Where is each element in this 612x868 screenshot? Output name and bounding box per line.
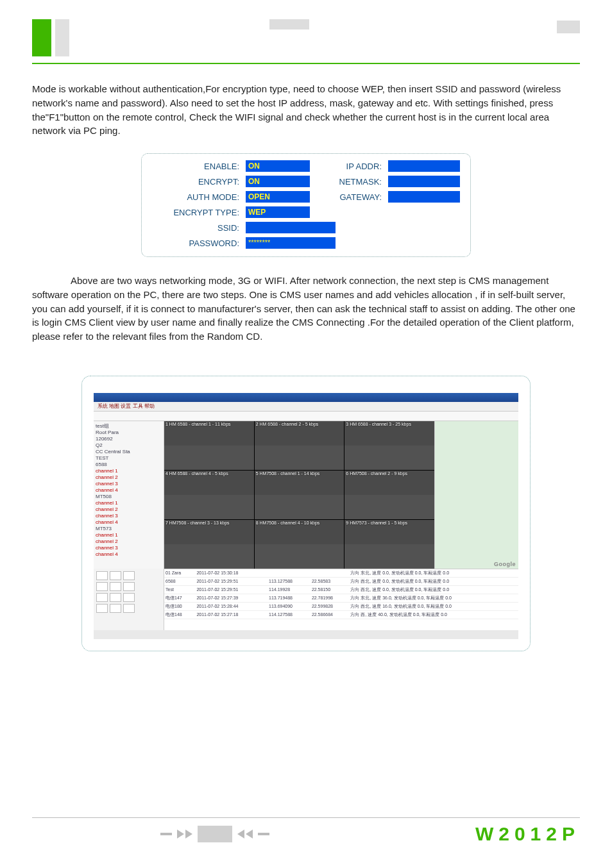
cms-ptz-panel[interactable]: [94, 569, 164, 630]
cms-device-tree[interactable]: test组 Root Para 120692 Q2 CC Central Sta…: [94, 421, 164, 569]
page-number-box: [198, 826, 232, 842]
authmode-label: AUTH MODE:: [152, 192, 242, 202]
video-cell-9[interactable]: 9 HM7573 - channel 1 - 5 kbps: [344, 520, 434, 569]
paragraph-wifi-setup: Mode is workable without authentication,…: [32, 82, 580, 138]
video-cell-8[interactable]: 8 HM7508 - channel 4 - 10 kbps: [255, 520, 344, 569]
prev-arrow-icon-2[interactable]: [246, 830, 253, 839]
header-rule: [32, 63, 580, 64]
wifi-settings-panel: ENABLE: ON IP ADDR: ENCRYPT: ON NETMASK:…: [141, 153, 471, 257]
video-cell-5[interactable]: 5 HM7508 - channel 1 - 14 kbps: [255, 471, 344, 519]
cms-log-table[interactable]: 01 Zara2011-07-02 15:30:18方向 东北, 速度 0.0,…: [164, 569, 518, 630]
next-arrow-tail-icon: [258, 833, 269, 835]
ssid-label: SSID:: [152, 223, 242, 233]
ipaddr-input[interactable]: [388, 160, 460, 172]
gateway-input[interactable]: [388, 191, 460, 203]
netmask-input[interactable]: [388, 176, 460, 187]
video-cell-3[interactable]: 3 HM 6588 - channel 3 - 25 kbps: [344, 421, 434, 470]
next-arrow-icon-2[interactable]: [185, 830, 192, 839]
cms-titlebar: [94, 393, 518, 402]
page-footer: W2012P: [32, 812, 580, 845]
cms-screenshot-frame: 系统 地图 设置 工具 帮助 test组 Root Para 120692 Q2…: [81, 376, 531, 651]
logo-block-grey: [55, 19, 69, 56]
table-row: 电信1472011-07-02 15:27:39113.71948822.781…: [164, 594, 518, 602]
table-row: 电信1802011-07-02 15:28:44113.69409022.599…: [164, 602, 518, 610]
model-label: W2012P: [475, 823, 580, 845]
table-row: 65882011-07-02 15:29:51113.12758822.5858…: [164, 577, 518, 585]
table-row: Test2011-07-02 15:29:51114.1992822.58150…: [164, 585, 518, 594]
next-arrow-icon[interactable]: [177, 830, 184, 839]
ipaddr-label: IP ADDR:: [314, 162, 384, 171]
video-cell-1[interactable]: 1 HM 6588 - channel 1 - 11 kbps: [164, 421, 254, 470]
netmask-label: NETMASK:: [314, 177, 384, 187]
video-cell-7[interactable]: 7 HM7508 - channel 3 - 13 kbps: [164, 520, 254, 569]
encrypt-select[interactable]: ON: [246, 176, 310, 187]
prev-arrow-icon[interactable]: [237, 830, 244, 839]
cms-video-grid[interactable]: 1 HM 6588 - channel 1 - 11 kbps 2 HM 658…: [164, 421, 434, 569]
table-row: 01 Zara2011-07-02 15:30:18方向 东北, 速度 0.0,…: [164, 569, 518, 578]
password-input[interactable]: ********: [246, 237, 336, 249]
authmode-select[interactable]: OPEN: [246, 191, 310, 203]
cms-client-window: 系统 地图 设置 工具 帮助 test组 Root Para 120692 Q2…: [94, 393, 518, 639]
video-cell-2[interactable]: 2 HM 6588 - channel 2 - 5 kbps: [255, 421, 344, 470]
gateway-label: GATEWAY:: [314, 192, 384, 202]
video-cell-4[interactable]: 4 HM 6588 - channel 4 - 5 kbps: [164, 471, 254, 519]
enable-label: ENABLE:: [152, 162, 242, 171]
page-navigator: [160, 826, 269, 842]
prev-arrow-tail-icon: [160, 833, 172, 835]
paragraph-cms-intro: Above are two ways networking mode, 3G o…: [32, 274, 580, 344]
encrypttype-label: ENCRYPT TYPE:: [152, 208, 242, 217]
password-label: PASSWORD:: [152, 238, 242, 248]
cms-toolbar[interactable]: [94, 412, 518, 421]
header-decor-center: [269, 19, 309, 29]
encrypt-label: ENCRYPT:: [152, 177, 242, 187]
table-row: 电信1482011-07-02 15:27:18114.12758822.586…: [164, 610, 518, 619]
footer-rule: [32, 817, 580, 818]
cms-menubar[interactable]: 系统 地图 设置 工具 帮助: [94, 402, 518, 412]
enable-select[interactable]: ON: [246, 160, 310, 172]
video-cell-6[interactable]: 6 HM7508 - channel 2 - 9 kbps: [344, 471, 434, 519]
logo-block-green: [32, 19, 51, 56]
cms-map-panel[interactable]: [434, 421, 518, 569]
encrypttype-select[interactable]: WEP: [246, 206, 310, 218]
ssid-input[interactable]: [246, 222, 336, 233]
header-decor-right: [557, 21, 580, 33]
